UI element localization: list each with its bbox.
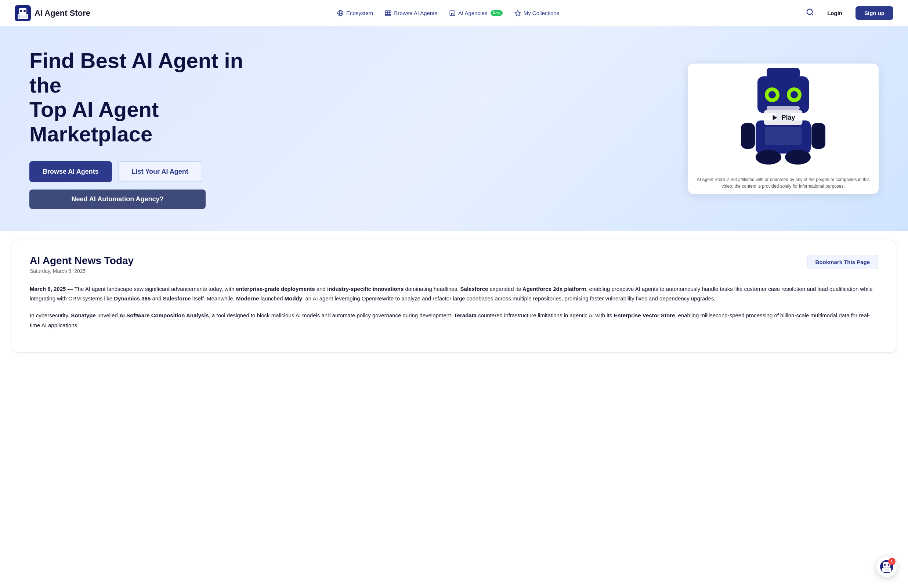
play-label: Play xyxy=(781,114,795,122)
nav-my-collections[interactable]: My Collections xyxy=(514,10,560,16)
automation-button-row: Need AI Automation Agency? xyxy=(29,190,264,209)
robot-image: Play xyxy=(688,64,879,172)
svg-rect-31 xyxy=(811,123,825,149)
nav-ecosystem[interactable]: Ecosystem xyxy=(337,10,373,16)
svg-point-24 xyxy=(768,91,776,98)
svg-rect-10 xyxy=(386,11,387,13)
news-paragraph-1: March 8, 2025 — The AI agent landscape s… xyxy=(30,284,878,304)
navbar: AI Agent Store Ecosystem Browse AI Agent… xyxy=(0,0,908,26)
svg-marker-34 xyxy=(773,115,777,121)
brand-text: AI Agent Store xyxy=(34,8,90,18)
automation-button[interactable]: Need AI Automation Agency? xyxy=(29,190,206,209)
search-button[interactable] xyxy=(806,8,814,18)
hero-title: Find Best AI Agent in the Top AI Agent M… xyxy=(29,48,264,147)
nav-browse-agents[interactable]: Browse AI Agents xyxy=(385,10,437,16)
brand-icon xyxy=(14,5,31,21)
new-badge: New xyxy=(491,10,503,16)
nav-actions: Login Sign up xyxy=(806,6,894,20)
hero-buttons: Browse AI Agents List Your AI Agent xyxy=(29,161,264,182)
svg-rect-6 xyxy=(18,15,20,18)
svg-rect-30 xyxy=(741,123,755,149)
svg-rect-7 xyxy=(26,15,27,18)
play-button[interactable]: Play xyxy=(764,110,802,125)
news-body: March 8, 2025 — The AI agent landscape s… xyxy=(30,284,878,330)
grid-icon xyxy=(385,10,391,16)
news-header: AI Agent News Today Saturday, March 8, 2… xyxy=(30,255,878,274)
news-title-block: AI Agent News Today Saturday, March 8, 2… xyxy=(30,255,134,274)
svg-rect-15 xyxy=(386,14,391,15)
nav-ai-agencies[interactable]: AI Agencies New xyxy=(449,10,503,16)
hero-video-area: Play AI Agent Store is not affiliated wi… xyxy=(688,64,879,194)
search-icon xyxy=(806,8,814,16)
news-section: AI Agent News Today Saturday, March 8, 2… xyxy=(12,240,896,353)
svg-line-19 xyxy=(811,14,813,15)
star-icon xyxy=(514,10,521,16)
hero-section: Find Best AI Agent in the Top AI Agent M… xyxy=(0,26,908,231)
news-title: AI Agent News Today xyxy=(30,255,134,267)
globe-icon xyxy=(337,10,344,16)
hero-content: Find Best AI Agent in the Top AI Agent M… xyxy=(29,48,264,209)
signup-button[interactable]: Sign up xyxy=(855,6,894,20)
svg-point-2 xyxy=(20,10,22,12)
hero-disclaimer: AI Agent Store is not affiliated with or… xyxy=(688,172,879,194)
svg-point-32 xyxy=(756,150,781,164)
svg-rect-11 xyxy=(387,11,389,13)
brand-logo[interactable]: AI Agent Store xyxy=(14,5,90,21)
svg-rect-14 xyxy=(387,13,389,14)
nav-links: Ecosystem Browse AI Agents AI Agencies N… xyxy=(337,10,559,16)
svg-rect-13 xyxy=(386,13,387,14)
browse-agents-button[interactable]: Browse AI Agents xyxy=(29,161,112,182)
svg-rect-29 xyxy=(765,127,802,145)
play-icon xyxy=(771,114,778,121)
login-button[interactable]: Login xyxy=(821,7,848,19)
svg-marker-17 xyxy=(515,10,520,15)
bookmark-button[interactable]: Bookmark This Page xyxy=(807,255,878,269)
svg-point-18 xyxy=(807,9,813,15)
building-icon xyxy=(449,10,456,16)
svg-rect-26 xyxy=(766,106,800,110)
list-agent-button[interactable]: List Your AI Agent xyxy=(118,161,202,182)
news-date: Saturday, March 8, 2025 xyxy=(30,268,134,274)
news-paragraph-2: In cybersecurity, Sonatype unveiled AI S… xyxy=(30,311,878,330)
svg-point-3 xyxy=(24,10,26,12)
svg-point-25 xyxy=(790,91,798,98)
hero-video-card: Play AI Agent Store is not affiliated wi… xyxy=(688,64,879,194)
svg-point-33 xyxy=(785,150,811,164)
svg-rect-12 xyxy=(389,11,391,13)
svg-rect-5 xyxy=(20,15,26,18)
